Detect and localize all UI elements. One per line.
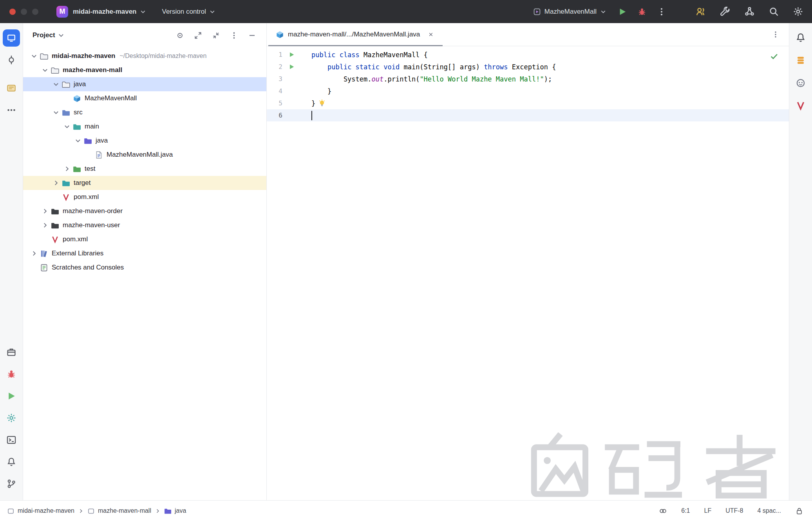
close-window-button[interactable] [9,9,16,15]
project-view-selector[interactable]: Project [33,31,65,39]
code-line[interactable]: 5} [267,97,789,109]
tree-item[interactable]: midai-mazhe-maven~/Desktop/midai-mazhe-m… [23,49,266,63]
tree-item[interactable]: Scratches and Consoles [23,260,266,275]
code-text: } [300,87,331,95]
hide-panel-button[interactable] [246,29,258,41]
chevron-open-icon[interactable] [40,67,51,74]
tree-item[interactable]: target [23,176,266,190]
collapse-all-icon [212,31,220,40]
tree-item[interactable]: main [23,119,266,134]
code-line[interactable]: 4 } [267,85,789,97]
debug-button[interactable] [634,4,650,20]
terminal-icon [6,435,16,445]
tree-item-label: Scratches and Consoles [52,264,124,271]
chevron-open-icon[interactable] [61,123,72,130]
readonly-widget[interactable] [795,507,803,515]
code-with-me-button[interactable] [693,4,709,20]
editor-tab[interactable]: mazhe-maven-mall/.../MazheMavenMall.java [268,23,443,46]
chevron-open-icon[interactable] [51,109,61,116]
folderSrc-icon [61,108,70,117]
chevron-open-icon[interactable] [29,52,40,60]
zoom-window-button[interactable] [32,9,38,15]
encoding-widget[interactable]: UTF-8 [725,507,743,514]
tree-item[interactable]: mazhe-maven-order [23,204,266,218]
tree-item[interactable]: External Libraries [23,246,266,260]
notifications-tool-button[interactable] [3,453,20,470]
ai-actions-button[interactable] [741,4,757,20]
expand-all-button[interactable] [192,29,204,41]
settings-tool-button[interactable] [3,409,20,427]
chevron-open-icon[interactable] [51,81,61,88]
caret-position-widget[interactable]: 6:1 [681,507,690,514]
tree-item[interactable]: mazhe-maven-user [23,218,266,232]
project-panel-title: Project [33,31,55,39]
ai-assistant-button[interactable] [792,74,809,92]
vcs-widget[interactable]: Version control [157,5,221,19]
notifications-button[interactable] [792,29,809,46]
locate-file-button[interactable] [174,29,186,41]
debug-tool-button[interactable] [3,365,20,383]
code-editor[interactable]: 1public class MazheMavenMall {2 public s… [267,46,789,500]
project-tool-window: Project midai-mazhe-maven~/Desktop/midai… [23,23,267,500]
terminal-tool-button[interactable] [3,431,20,449]
run-button[interactable] [615,4,630,20]
search-icon [769,6,779,17]
settings-button[interactable] [790,4,806,20]
chevron-closed-icon[interactable] [40,208,51,215]
code-line[interactable]: 2 public static void main(String[] args)… [267,61,789,73]
line-separator-widget[interactable]: LF [704,507,712,514]
activity-bar [0,23,23,500]
folder-icon [61,80,70,89]
tree-item[interactable]: pom.xml [23,190,266,204]
plugin-status-icon[interactable] [659,507,667,515]
inspections-ok-icon[interactable] [770,52,779,61]
run-tool-button[interactable] [3,387,20,405]
more-actions-button[interactable] [654,4,669,20]
tools-button[interactable] [717,4,733,20]
code-token: .println( [383,75,420,83]
run-gutter-icon[interactable] [282,63,300,70]
tree-item[interactable]: java [23,134,266,148]
tree-item[interactable]: java [23,77,266,91]
git-tool-button[interactable] [3,475,20,492]
tree-item[interactable]: src [23,105,266,119]
titlebar: M midai-mazhe-maven Version control Mazh… [0,0,812,23]
chevron-closed-icon[interactable] [51,179,61,186]
code-line[interactable]: 6 [267,109,789,121]
code-line[interactable]: 3 System.out.println("Hello World Mazhe … [267,73,789,85]
chevron-closed-icon[interactable] [40,222,51,229]
project-tool-button[interactable] [3,29,20,47]
panel-options-button[interactable] [228,29,240,41]
tree-item[interactable]: mazhe-maven-mall [23,63,266,77]
search-everywhere-button[interactable] [766,4,781,20]
chevron-open-icon[interactable] [72,137,83,144]
breadcrumb-item[interactable]: java [164,507,186,515]
tree-item[interactable]: test [23,162,266,176]
tree-item[interactable]: MazheMavenMall [23,91,266,105]
structure-tool-button[interactable] [3,80,20,97]
more-tool-windows-button[interactable] [3,101,20,119]
maven-button[interactable] [792,97,809,114]
minimize-window-button[interactable] [21,9,27,15]
services-tool-button[interactable] [3,344,20,361]
breadcrumb-item[interactable]: mazhe-maven-mall [87,507,151,515]
database-button[interactable] [792,52,809,69]
tree-item[interactable]: pom.xml [23,232,266,246]
project-widget[interactable]: midai-mazhe-maven [68,5,151,19]
commit-tool-button[interactable] [3,51,20,69]
chevron-closed-icon[interactable] [61,165,72,172]
run-gutter-icon[interactable] [282,51,300,58]
close-tab-button[interactable] [426,30,436,39]
kebab-icon [772,31,779,38]
tree-item[interactable]: MazheMavenMall.java [23,148,266,162]
run-config-selector[interactable]: MazheMavenMall [529,5,611,18]
chevron-closed-icon[interactable] [29,250,40,257]
intention-bulb-icon[interactable] [318,99,326,108]
indent-widget[interactable]: 4 spac... [758,507,781,514]
collapse-all-button[interactable] [210,29,222,41]
breadcrumb-item[interactable]: midai-mazhe-maven [7,507,74,515]
debug-icon [637,7,647,16]
tab-options-button[interactable] [769,28,782,41]
tree-item-label: pom.xml [63,235,88,243]
code-line[interactable]: 1public class MazheMavenMall { [267,49,789,61]
